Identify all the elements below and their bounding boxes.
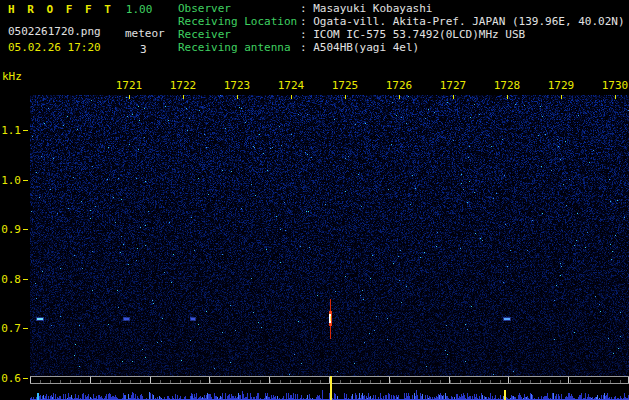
freq-tick-label: 1.1 (0, 124, 21, 137)
info-value: ICOM IC-575 53.7492(0LCD)MHz USB (313, 28, 525, 41)
time-tick-label: 1722 (167, 79, 199, 92)
info-value: A504HB(yagi 4el) (313, 41, 419, 54)
freq-tick-mark (23, 130, 28, 131)
freq-tick-label: 0.8 (0, 273, 21, 286)
info-label: Receiving antenna (178, 41, 300, 54)
freq-tick-mark (23, 180, 28, 181)
time-tick-label: 1730 (599, 79, 629, 92)
info-label: Observer (178, 2, 300, 15)
info-colon: : (300, 2, 313, 15)
info-label: Receiving Location (178, 15, 300, 28)
freq-tick-label: 0.7 (0, 322, 21, 335)
freq-tick-mark (23, 328, 28, 329)
time-tick-label: 1729 (545, 79, 577, 92)
station-info-row: Observer: Masayuki Kobayashi (178, 2, 625, 15)
mode-label: meteor (125, 27, 165, 40)
freq-tick-label: 1.0 (0, 174, 21, 187)
info-value: Ogata-vill. Akita-Pref. JAPAN (139.96E, … (313, 15, 624, 28)
time-tick-label: 1724 (275, 79, 307, 92)
freq-tick-mark (23, 229, 28, 230)
station-info-row: Receiver: ICOM IC-575 53.7492(0LCD)MHz U… (178, 28, 625, 41)
signal-strength-canvas (30, 384, 629, 400)
info-colon: : (300, 41, 313, 54)
freq-tick-label: 0.6 (0, 372, 21, 385)
time-tick-label: 1727 (437, 79, 469, 92)
info-colon: : (300, 28, 313, 41)
time-tick-label: 1728 (491, 79, 523, 92)
freq-tick-mark (23, 378, 28, 379)
info-colon: : (300, 15, 313, 28)
app-version-label: 1.00 (126, 3, 153, 16)
station-info: Observer: Masayuki KobayashiReceiving Lo… (178, 2, 625, 54)
station-info-row: Receiving Location: Ogata-vill. Akita-Pr… (178, 15, 625, 28)
freq-tick-mark (23, 279, 28, 280)
time-tick-label: 1725 (329, 79, 361, 92)
info-value: Masayuki Kobayashi (313, 2, 432, 15)
station-info-row: Receiving antenna: A504HB(yagi 4el) (178, 41, 625, 54)
time-axis: 1721172217231724172517261727172817291730 (0, 79, 629, 92)
time-tick-label: 1726 (383, 79, 415, 92)
freq-tick-label: 0.9 (0, 223, 21, 236)
meteor-count: 3 (140, 43, 147, 56)
spectrogram-canvas (30, 95, 629, 376)
minute-ruler-canvas (30, 376, 629, 384)
time-tick-label: 1721 (113, 79, 145, 92)
freq-axis: 1.11.00.90.80.70.6 (0, 0, 30, 400)
time-tick-label: 1723 (221, 79, 253, 92)
info-label: Receiver (178, 28, 300, 41)
hrofft-output-image: H R O F F T 1.00 0502261720.png meteor 0… (0, 0, 629, 400)
